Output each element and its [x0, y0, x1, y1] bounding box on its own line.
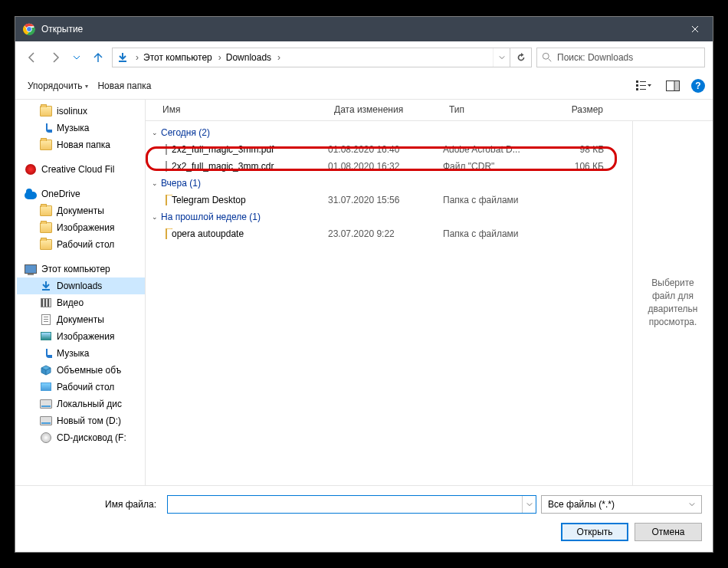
file-size: 98 КБ — [543, 144, 613, 155]
view-options-button[interactable] — [633, 77, 654, 95]
column-headers: Имя Дата изменения Тип Размер — [146, 100, 713, 121]
address-bar[interactable]: › Этот компьютер › Downloads › — [112, 48, 532, 67]
sidebar-item[interactable]: Объемные объ — [17, 362, 145, 379]
downloads-icon — [113, 52, 133, 63]
chevron-down-icon: ▾ — [85, 83, 88, 90]
sidebar-item-label: Документы — [57, 205, 104, 216]
svg-rect-6 — [636, 84, 638, 87]
filename-input[interactable] — [167, 495, 536, 514]
refresh-button[interactable] — [510, 48, 531, 67]
group-label: Вчера (1) — [161, 178, 201, 189]
new-folder-button[interactable]: Новая папка — [93, 77, 156, 94]
file-row[interactable]: 2x2_full_magic_3mm.cdr01.08.2020 16:32Фа… — [146, 158, 632, 175]
file-name: opera autoupdate — [172, 228, 244, 239]
search-placeholder: Поиск: Downloads — [557, 52, 633, 63]
sidebar-item[interactable]: Creative Cloud Fil — [17, 161, 145, 178]
file-name: 2x2_full_magic_3mm.pdf — [172, 144, 274, 155]
sidebar-item-label: Рабочий стол — [57, 382, 114, 392]
close-button[interactable] — [677, 17, 713, 41]
file-list[interactable]: ⌄ Сегодня (2)2x2_full_magic_3mm.pdf01.08… — [146, 121, 632, 485]
sidebar-item[interactable]: Документы — [17, 202, 145, 219]
up-button[interactable] — [89, 48, 107, 67]
preview-pane-button[interactable] — [662, 77, 684, 95]
sidebar-item[interactable]: Видео — [17, 294, 145, 311]
toolbar: Упорядочить ▾ Новая папка ? — [15, 74, 713, 100]
sidebar-item[interactable]: Рабочий стол — [17, 379, 145, 396]
cancel-button[interactable]: Отмена — [635, 523, 702, 541]
svg-rect-10 — [640, 89, 646, 90]
bottom-panel: Имя файла: Все файлы (*.*) Открыть Отмен… — [15, 485, 713, 552]
file-type: Папка с файлами — [443, 228, 543, 239]
sidebar-item-label: Локальный дис — [57, 399, 122, 409]
chevron-down-icon: ⌄ — [152, 129, 158, 136]
chevron-down-icon: ⌄ — [152, 179, 158, 187]
search-icon — [542, 52, 553, 63]
sidebar-item[interactable]: Изображения — [17, 328, 145, 345]
file-name: 2x2_full_magic_3mm.cdr — [172, 161, 274, 172]
open-dialog: Открытие › Этот компьютер › Downloads › … — [15, 16, 713, 553]
sidebar-item-label: CD-дисковод (F: — [57, 432, 126, 443]
sidebar-item[interactable]: Документы — [17, 311, 145, 328]
sidebar-item[interactable]: Рабочий стол — [17, 236, 145, 253]
column-type[interactable]: Тип — [443, 104, 543, 115]
chevron-right-icon: › — [274, 52, 284, 63]
sidebar-item[interactable]: Музыка — [17, 120, 145, 136]
sidebar-item[interactable]: Музыка — [17, 345, 145, 362]
sidebar-item[interactable]: CD-дисковод (F: — [17, 429, 145, 446]
address-dropdown[interactable] — [493, 48, 510, 67]
breadcrumb[interactable]: Этот компьютер — [142, 52, 215, 63]
history-dropdown[interactable] — [69, 48, 84, 67]
sidebar-item-label: Видео — [57, 297, 84, 308]
sidebar-item[interactable]: isolinux — [17, 103, 145, 120]
group-label: Сегодня (2) — [161, 127, 210, 138]
sidebar-item[interactable]: Этот компьютер — [17, 261, 145, 277]
svg-rect-9 — [640, 85, 646, 86]
column-date[interactable]: Дата изменения — [328, 104, 443, 115]
forward-button[interactable] — [46, 48, 64, 67]
column-size[interactable]: Размер — [543, 104, 613, 115]
file-type: Папка с файлами — [443, 195, 543, 205]
sidebar-item-label: Рабочий стол — [57, 239, 114, 250]
sidebar-item-label: Новый том (D:) — [57, 415, 121, 426]
file-date: 31.07.2020 15:56 — [328, 195, 443, 205]
group-header[interactable]: ⌄ Сегодня (2) — [146, 124, 632, 141]
group-header[interactable]: ⌄ Вчера (1) — [146, 175, 632, 192]
help-button[interactable]: ? — [691, 79, 705, 93]
sidebar-item-label: Изображения — [57, 331, 114, 342]
svg-point-4 — [543, 53, 549, 59]
sidebar-item[interactable]: OneDrive — [17, 186, 145, 202]
sidebar-item-label: Downloads — [57, 281, 102, 291]
titlebar: Открытие — [15, 17, 713, 41]
file-size: 106 КБ — [543, 161, 613, 172]
sidebar-item[interactable]: Изображения — [17, 219, 145, 236]
group-label: На прошлой неделе (1) — [161, 212, 261, 222]
organize-button[interactable]: Упорядочить ▾ — [23, 77, 93, 94]
svg-rect-12 — [674, 81, 679, 90]
file-row[interactable]: Telegram Desktop31.07.2020 15:56Папка с … — [146, 192, 632, 208]
search-input[interactable]: Поиск: Downloads — [536, 48, 705, 67]
group-header[interactable]: ⌄ На прошлой неделе (1) — [146, 208, 632, 225]
sidebar-item[interactable]: Локальный дис — [17, 396, 145, 412]
file-type-filter[interactable]: Все файлы (*.*) — [541, 495, 702, 514]
back-button[interactable] — [23, 48, 41, 67]
file-name: Telegram Desktop — [172, 195, 246, 205]
sidebar-item[interactable]: Downloads — [17, 277, 145, 294]
sidebar[interactable]: isolinuxМузыкаНовая папкаCreative Cloud … — [15, 100, 146, 485]
file-row[interactable]: opera autoupdate23.07.2020 9:22Папка с ф… — [146, 225, 632, 242]
file-type: Файл "CDR" — [443, 161, 543, 172]
file-row[interactable]: 2x2_full_magic_3mm.pdf01.08.2020 16:40Ad… — [146, 141, 632, 158]
breadcrumb[interactable]: Downloads — [225, 52, 274, 63]
column-name[interactable]: Имя — [146, 104, 328, 115]
sidebar-item[interactable]: Новая папка — [17, 136, 145, 153]
sidebar-item-label: Музыка — [57, 348, 89, 359]
open-button[interactable]: Открыть — [561, 523, 628, 541]
file-type: Adobe Acrobat D... — [443, 144, 543, 155]
svg-rect-7 — [636, 88, 638, 90]
window-title: Открытие — [41, 24, 677, 34]
sidebar-item-label: Новая папка — [57, 140, 110, 150]
filename-history-dropdown[interactable] — [522, 496, 536, 513]
sidebar-item-label: OneDrive — [41, 189, 80, 199]
svg-point-2 — [27, 27, 31, 31]
chevron-right-icon: › — [215, 52, 225, 63]
sidebar-item[interactable]: Новый том (D:) — [17, 412, 145, 429]
